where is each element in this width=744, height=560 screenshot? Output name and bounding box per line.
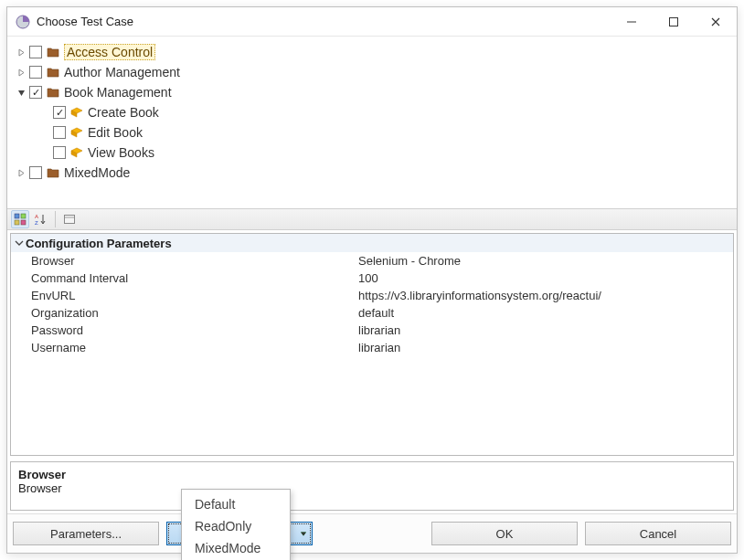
window-title: Choose Test Case xyxy=(37,15,133,28)
property-name: EnvURL xyxy=(11,289,358,302)
folder-icon xyxy=(46,65,60,79)
dialog-button-row: Parameters... Configuration... OK Cancel xyxy=(7,513,737,553)
checkbox[interactable] xyxy=(53,126,66,139)
property-pages-button[interactable] xyxy=(60,210,79,228)
tree-node[interactable]: Create Book xyxy=(11,102,733,122)
app-icon xyxy=(15,14,31,30)
testcase-icon xyxy=(69,145,84,160)
property-value[interactable]: librarian xyxy=(358,341,400,354)
svg-rect-6 xyxy=(21,220,26,225)
checkbox[interactable] xyxy=(53,146,66,159)
cancel-button[interactable]: Cancel xyxy=(585,522,731,545)
property-value[interactable]: https://v3.libraryinformationsystem.org/… xyxy=(358,289,601,302)
tree-spacer xyxy=(38,146,51,159)
test-case-tree[interactable]: Access ControlAuthor ManagementBook Mana… xyxy=(7,37,737,208)
ok-button-label: OK xyxy=(496,527,514,541)
checkbox[interactable] xyxy=(29,66,42,79)
svg-rect-2 xyxy=(670,17,678,26)
tree-node[interactable]: Edit Book xyxy=(11,122,733,143)
checkbox[interactable] xyxy=(29,46,42,58)
svg-rect-9 xyxy=(65,216,75,224)
folder-icon xyxy=(46,85,60,100)
property-value[interactable]: Selenium - Chrome xyxy=(358,254,461,268)
svg-text:A: A xyxy=(35,214,38,219)
cancel-button-label: Cancel xyxy=(640,527,676,541)
tree-spacer xyxy=(38,126,51,139)
svg-rect-5 xyxy=(15,220,19,225)
property-description-body: Browser xyxy=(18,481,726,495)
tree-node-label: Create Book xyxy=(88,105,159,120)
property-value[interactable]: 100 xyxy=(358,271,378,285)
property-row[interactable]: Usernamelibrarian xyxy=(11,339,733,356)
property-name: Organization xyxy=(11,306,358,320)
parameters-button-label: Parameters... xyxy=(50,527,122,541)
testcase-icon xyxy=(69,125,84,140)
titlebar: Choose Test Case xyxy=(7,7,737,37)
property-description-panel: Browser Browser xyxy=(10,461,734,511)
config-menu-item[interactable]: Default xyxy=(182,493,290,515)
checkbox[interactable] xyxy=(29,86,42,99)
property-name: Password xyxy=(11,323,358,337)
tree-node[interactable]: View Books xyxy=(11,143,733,163)
property-row[interactable]: Command Interval100 xyxy=(11,269,733,287)
property-description-title: Browser xyxy=(18,468,726,481)
property-category-label: Configuration Parameters xyxy=(26,237,172,250)
chevron-right-icon[interactable] xyxy=(15,66,27,79)
chevron-right-icon[interactable] xyxy=(15,46,27,58)
checkbox[interactable] xyxy=(29,166,42,179)
property-row[interactable]: EnvURLhttps://v3.libraryinformationsyste… xyxy=(11,287,733,304)
property-name: Username xyxy=(11,341,358,354)
tree-node-label: Author Management xyxy=(64,65,180,79)
chevron-right-icon[interactable] xyxy=(15,166,27,179)
parameters-button[interactable]: Parameters... xyxy=(13,522,159,545)
property-toolbar: A Z xyxy=(7,208,737,230)
tree-node-label: View Books xyxy=(88,145,154,160)
svg-text:Z: Z xyxy=(35,220,38,226)
property-name: Browser xyxy=(11,254,358,268)
tree-node-label: Access Control xyxy=(64,44,155,60)
tree-node[interactable]: MixedMode xyxy=(11,163,733,183)
property-row[interactable]: BrowserSelenium - Chrome xyxy=(11,252,733,269)
property-grid[interactable]: Configuration Parameters BrowserSelenium… xyxy=(10,233,734,456)
config-menu-item[interactable]: ReadOnly xyxy=(182,515,290,537)
property-name: Command Interval xyxy=(11,271,358,285)
tree-node[interactable]: Access Control xyxy=(11,42,733,62)
property-row[interactable]: Passwordlibrarian xyxy=(11,322,733,339)
tree-spacer xyxy=(38,106,51,119)
property-row[interactable]: Organizationdefault xyxy=(11,304,733,322)
alphabetical-button[interactable]: A Z xyxy=(32,210,50,228)
maximize-button[interactable] xyxy=(653,8,695,36)
configuration-menu[interactable]: DefaultReadOnlyMixedMode xyxy=(181,489,291,560)
tree-node-label: Book Management xyxy=(64,85,172,100)
categorized-button[interactable] xyxy=(11,210,29,228)
checkbox[interactable] xyxy=(53,106,66,119)
property-category-row[interactable]: Configuration Parameters xyxy=(11,234,733,252)
minimize-button[interactable] xyxy=(611,8,653,36)
property-value[interactable]: default xyxy=(358,306,394,320)
chevron-down-icon xyxy=(13,237,26,249)
tree-node[interactable]: Author Management xyxy=(11,62,733,82)
config-menu-item[interactable]: MixedMode xyxy=(182,537,290,559)
svg-rect-4 xyxy=(21,214,26,218)
close-button[interactable] xyxy=(695,8,737,36)
chevron-down-icon[interactable] xyxy=(15,86,27,99)
folder-icon xyxy=(46,45,60,59)
svg-rect-3 xyxy=(15,214,19,218)
testcase-icon xyxy=(69,105,84,120)
tree-node-label: Edit Book xyxy=(88,125,143,140)
folder-icon xyxy=(46,165,60,180)
ok-button[interactable]: OK xyxy=(431,522,578,545)
svg-rect-1 xyxy=(627,21,636,22)
chevron-down-icon xyxy=(300,527,307,541)
tree-node-label: MixedMode xyxy=(64,165,130,180)
property-value[interactable]: librarian xyxy=(358,323,400,337)
tree-node[interactable]: Book Management xyxy=(11,82,733,102)
